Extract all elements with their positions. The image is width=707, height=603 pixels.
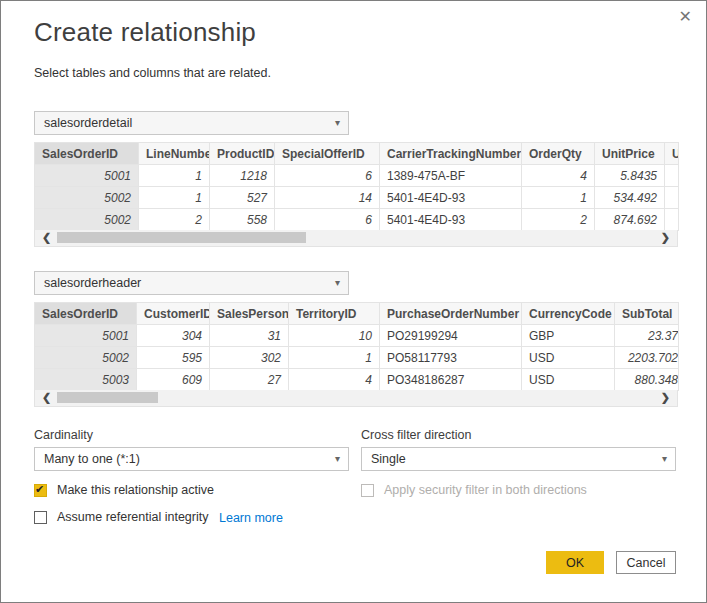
column-header[interactable]: OrderQty bbox=[522, 143, 595, 165]
table-cell[interactable]: 304 bbox=[137, 325, 210, 347]
apply-security-filter-checkbox: ✔ Apply security filter in both directio… bbox=[361, 483, 587, 497]
check-icon: ✔ bbox=[35, 483, 44, 496]
table-cell[interactable]: 5002 bbox=[35, 347, 137, 369]
table-cell[interactable]: 874.692 bbox=[595, 209, 665, 231]
close-icon[interactable]: ✕ bbox=[679, 9, 692, 25]
scroll-right-icon[interactable]: ❯ bbox=[661, 230, 670, 245]
table-cell[interactable]: GBP bbox=[522, 325, 615, 347]
table-cell[interactable]: 23.37 bbox=[615, 325, 679, 347]
make-relationship-active-checkbox[interactable]: ✔ Make this relationship active bbox=[34, 483, 214, 497]
table-cell[interactable]: 5401-4E4D-93 bbox=[380, 187, 522, 209]
table-cell[interactable] bbox=[665, 209, 679, 231]
table-cell[interactable]: 558 bbox=[210, 209, 275, 231]
column-header[interactable]: CurrencyCode bbox=[522, 303, 615, 325]
cardinality-dropdown-value: Many to one (*:1) bbox=[44, 452, 140, 466]
table-cell[interactable]: 6 bbox=[275, 209, 380, 231]
apply-security-filter-label: Apply security filter in both directions bbox=[384, 483, 587, 497]
column-header[interactable]: SalesOrderID bbox=[35, 303, 137, 325]
table-cell[interactable]: 4 bbox=[522, 165, 595, 187]
table-cell[interactable]: 27 bbox=[210, 369, 289, 391]
table-cell[interactable]: PO348186287 bbox=[380, 369, 522, 391]
column-header[interactable]: SalesOrderID bbox=[35, 143, 139, 165]
table-header-row: SalesOrderIDCustomerIDSalesPersonIDTerri… bbox=[35, 303, 679, 325]
table-cell[interactable]: USD bbox=[522, 347, 615, 369]
ok-button[interactable]: OK bbox=[546, 551, 604, 574]
table-cell[interactable]: PO29199294 bbox=[380, 325, 522, 347]
checkbox-box: ✔ bbox=[361, 484, 374, 497]
scrollbar-thumb[interactable] bbox=[57, 392, 158, 403]
table-cell[interactable]: 1 bbox=[289, 347, 380, 369]
table-cell[interactable]: 609 bbox=[137, 369, 210, 391]
table-cell[interactable]: 31 bbox=[210, 325, 289, 347]
table-cell[interactable]: 4 bbox=[289, 369, 380, 391]
column-header[interactable]: CarrierTrackingNumber bbox=[380, 143, 522, 165]
table-row: 50013043110PO29199294GBP23.37 bbox=[35, 325, 679, 347]
table-cell[interactable]: USD bbox=[522, 369, 615, 391]
table-cell[interactable]: 302 bbox=[210, 347, 289, 369]
table-cell[interactable]: 595 bbox=[137, 347, 210, 369]
table-cell[interactable]: 2 bbox=[139, 209, 210, 231]
column-header[interactable]: TerritoryID bbox=[289, 303, 380, 325]
cancel-button[interactable]: Cancel bbox=[616, 551, 676, 574]
column-header[interactable]: SpecialOfferID bbox=[275, 143, 380, 165]
lower-table-dropdown-value: salesorderheader bbox=[44, 276, 141, 290]
scroll-right-icon[interactable]: ❯ bbox=[661, 390, 670, 405]
table-cell[interactable]: 5002 bbox=[35, 209, 139, 231]
make-relationship-active-label: Make this relationship active bbox=[57, 483, 214, 497]
table-cell[interactable]: 1 bbox=[139, 165, 210, 187]
table-cell[interactable]: 5002 bbox=[35, 187, 139, 209]
table-cell[interactable]: PO58117793 bbox=[380, 347, 522, 369]
dialog-title: Create relationship bbox=[34, 17, 256, 48]
table-cell[interactable]: 5003 bbox=[35, 369, 137, 391]
column-header[interactable]: U bbox=[665, 143, 679, 165]
lower-table-preview: SalesOrderIDCustomerIDSalesPersonIDTerri… bbox=[34, 302, 678, 391]
scroll-left-icon[interactable]: ❮ bbox=[42, 230, 51, 245]
checkbox-box[interactable]: ✔ bbox=[34, 484, 47, 497]
create-relationship-dialog: ✕ Create relationship Select tables and … bbox=[0, 0, 707, 603]
cardinality-dropdown[interactable]: Many to one (*:1) ▾ bbox=[34, 447, 349, 471]
table-cell[interactable] bbox=[665, 187, 679, 209]
column-header[interactable]: PurchaseOrderNumber bbox=[380, 303, 522, 325]
table-cell[interactable]: 14 bbox=[275, 187, 380, 209]
table-cell[interactable]: 534.492 bbox=[595, 187, 665, 209]
table-row: 50011121861389-475A-BF45.8435 bbox=[35, 165, 679, 187]
lower-table-scrollbar[interactable]: ❮ ❯ bbox=[34, 390, 678, 407]
table-cell[interactable]: 5001 bbox=[35, 165, 139, 187]
column-header[interactable]: UnitPrice bbox=[595, 143, 665, 165]
upper-table-scrollbar[interactable]: ❮ ❯ bbox=[34, 230, 678, 247]
dialog-subtitle: Select tables and columns that are relat… bbox=[34, 66, 271, 80]
column-header[interactable]: LineNumber bbox=[139, 143, 210, 165]
table-cell[interactable]: 527 bbox=[210, 187, 275, 209]
table-cell[interactable]: 10 bbox=[289, 325, 380, 347]
column-header[interactable]: ProductID bbox=[210, 143, 275, 165]
upper-table-preview: SalesOrderIDLineNumberProductIDSpecialOf… bbox=[34, 142, 678, 231]
table-cell[interactable]: 1218 bbox=[210, 165, 275, 187]
table-cell[interactable]: 5001 bbox=[35, 325, 137, 347]
chevron-down-icon: ▾ bbox=[335, 272, 340, 294]
cross-filter-direction-dropdown[interactable]: Single ▾ bbox=[361, 447, 676, 471]
column-header[interactable]: SubTotal bbox=[615, 303, 679, 325]
column-header[interactable]: CustomerID bbox=[137, 303, 210, 325]
table-cell[interactable]: 2 bbox=[522, 209, 595, 231]
table-cell[interactable] bbox=[665, 165, 679, 187]
lower-table-dropdown[interactable]: salesorderheader ▾ bbox=[34, 271, 349, 295]
table-cell[interactable]: 6 bbox=[275, 165, 380, 187]
learn-more-link[interactable]: Learn more bbox=[219, 511, 283, 525]
table-cell[interactable]: 5401-4E4D-93 bbox=[380, 209, 522, 231]
scrollbar-thumb[interactable] bbox=[57, 232, 306, 243]
assume-referential-integrity-checkbox[interactable]: ✔ Assume referential integrity bbox=[34, 510, 208, 524]
checkbox-box[interactable]: ✔ bbox=[34, 511, 47, 524]
chevron-down-icon: ▾ bbox=[662, 448, 667, 470]
table-cell[interactable]: 1389-475A-BF bbox=[380, 165, 522, 187]
table-cell[interactable]: 880.348 bbox=[615, 369, 679, 391]
column-header[interactable]: SalesPersonID bbox=[210, 303, 289, 325]
table-cell[interactable]: 1 bbox=[522, 187, 595, 209]
table-cell[interactable]: 1 bbox=[139, 187, 210, 209]
table-cell[interactable]: 5.8435 bbox=[595, 165, 665, 187]
table-row: 50025953021PO58117793USD2203.702 bbox=[35, 347, 679, 369]
scroll-left-icon[interactable]: ❮ bbox=[42, 390, 51, 405]
table-row: 50021527145401-4E4D-931534.492 bbox=[35, 187, 679, 209]
table-cell[interactable]: 2203.702 bbox=[615, 347, 679, 369]
assume-referential-integrity-label: Assume referential integrity bbox=[57, 510, 208, 524]
upper-table-dropdown[interactable]: salesorderdetail ▾ bbox=[34, 111, 349, 135]
